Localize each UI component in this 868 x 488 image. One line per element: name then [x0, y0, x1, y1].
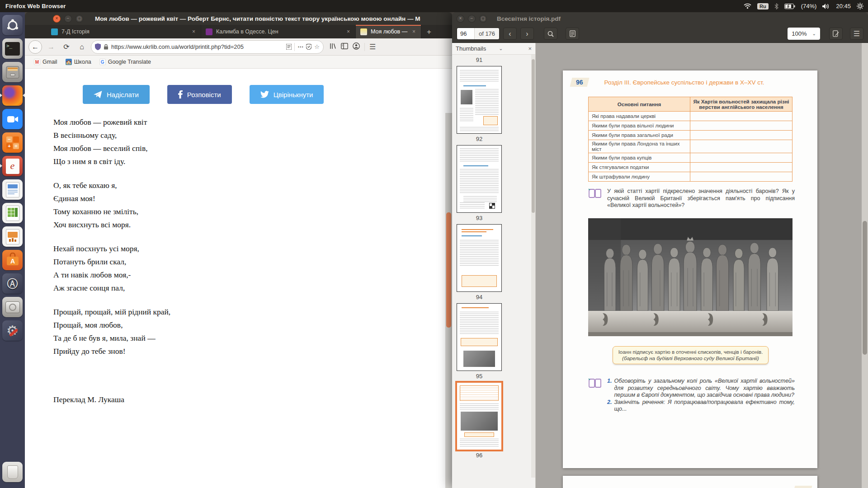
sidebar-toggle-icon[interactable]	[341, 43, 348, 51]
desktop: Firefox Web Browser Ru (74%) 20:45 >_ −+…	[0, 0, 868, 488]
pdf-titlebar[interactable]: × − ▢ Всесвітня історія.pdf	[452, 12, 868, 25]
account-icon[interactable]	[353, 42, 360, 52]
dock-calculator-icon[interactable]: −+=	[2, 132, 23, 153]
pocket-shield-icon[interactable]	[306, 44, 311, 50]
thumbnail-page-92[interactable]	[457, 66, 502, 134]
thumbnail-page-95[interactable]	[457, 303, 502, 371]
dock-libreoffice-calc-icon[interactable]	[2, 203, 23, 223]
facebook-f-icon	[178, 90, 183, 99]
close-button[interactable]: ×	[457, 15, 464, 23]
dock-ubuntu-dash-icon[interactable]	[2, 15, 23, 35]
thumbnail-page-96-selected[interactable]	[457, 382, 502, 450]
twitter-share-button[interactable]: Цвірінькнути	[250, 85, 324, 104]
battery-icon[interactable]	[784, 4, 795, 9]
url-bar[interactable]: https://www.ukrlib.com.ua/world/printit.…	[91, 40, 324, 54]
dock-libreoffice-impress-icon[interactable]	[2, 226, 23, 247]
dock-a-emblem-app-icon[interactable]: Ⓐ	[2, 273, 23, 294]
dock-document-viewer-icon[interactable]: e	[2, 156, 23, 176]
firefox-titlebar[interactable]: × − ▢ Моя любов — рожевий квіт — Роберт …	[25, 12, 452, 25]
zoom-value: 100%	[792, 30, 807, 37]
tab-kalimba[interactable]: Калимба в Одессе. Цен ×	[201, 25, 356, 38]
tab-poem-active[interactable]: Моя любов — рожевий ×	[356, 25, 421, 38]
tab-close-icon[interactable]: ×	[191, 28, 196, 35]
bookmark-star-icon[interactable]: ☆	[314, 43, 320, 50]
tab-label: 7-Д Історія	[61, 28, 188, 35]
chevron-down-icon[interactable]: ⌄	[499, 46, 503, 52]
sidebar-close-icon[interactable]: ×	[528, 45, 532, 52]
total-pages-label: of 176	[474, 28, 499, 39]
wifi-icon[interactable]	[744, 3, 751, 9]
reader-view-icon[interactable]	[286, 44, 292, 50]
page-actions-icon[interactable]: ⋯	[297, 43, 303, 50]
poem-text: Моя любов — рожевий квітВ весінньому сад…	[53, 116, 170, 406]
maximize-button[interactable]: ▢	[75, 15, 83, 23]
tab-close-icon[interactable]: ×	[346, 28, 351, 35]
dock-system-settings-icon[interactable]: ⚙	[2, 320, 23, 341]
dock-libreoffice-writer-icon[interactable]	[2, 179, 23, 200]
home-button[interactable]: ⌂	[75, 41, 88, 53]
system-top-bar: Firefox Web Browser Ru (74%) 20:45	[0, 0, 868, 12]
lock-icon[interactable]	[104, 44, 108, 50]
annotate-button[interactable]	[829, 28, 843, 40]
new-tab-button[interactable]: +	[421, 26, 437, 38]
discussion-question: У якій статті хартії підкреслено значенн…	[588, 188, 795, 209]
annotations-list-button[interactable]	[566, 28, 579, 40]
dock-zoom-icon[interactable]	[2, 109, 23, 129]
bookmark-gmail[interactable]: M Gmail	[34, 59, 57, 65]
keyboard-layout-indicator[interactable]: Ru	[757, 3, 769, 9]
thumbnail-label: 95	[457, 373, 502, 380]
thumbnails-sidebar: Thumbnails ⌄ × 91 92	[452, 43, 536, 488]
image-caption: Іоанн підписує хартію в оточенні єпископ…	[613, 346, 769, 364]
pdf-scrollbar[interactable]	[862, 43, 868, 488]
back-button[interactable]: ←	[28, 40, 42, 54]
previous-page-button[interactable]: ‹	[503, 28, 517, 40]
dock-terminal-icon[interactable]: >_	[2, 38, 23, 59]
firefox-scrollbar[interactable]	[445, 113, 452, 488]
minimize-button[interactable]: −	[468, 15, 476, 23]
maximize-button[interactable]: ▢	[479, 15, 487, 23]
next-page-button[interactable]: ›	[520, 28, 534, 40]
bas-relief-image	[588, 218, 793, 336]
library-icon[interactable]	[329, 42, 336, 52]
zoom-selector[interactable]: 100% ⌄	[788, 28, 820, 40]
thumbnail-page-93[interactable]	[457, 145, 502, 213]
system-tray[interactable]: Ru (74%) 20:45	[744, 3, 868, 9]
menu-icon[interactable]: ☰	[369, 42, 376, 51]
url-text[interactable]: https://www.ukrlib.com.ua/world/printit.…	[111, 43, 283, 50]
dock-firefox-icon[interactable]	[2, 85, 23, 106]
empty-cell	[690, 163, 793, 172]
session-gear-icon[interactable]	[857, 3, 863, 9]
dock-ubuntu-software-icon[interactable]: A	[2, 250, 23, 270]
minimize-button[interactable]: −	[64, 15, 72, 23]
facebook-share-button[interactable]: Розповісти	[167, 85, 232, 104]
tab-close-icon[interactable]: ×	[411, 28, 416, 35]
dock-file-manager-icon[interactable]	[2, 62, 23, 82]
scrollbar-thumb[interactable]	[532, 59, 535, 213]
tab-school-journal[interactable]: 7-Д Історія ×	[47, 25, 201, 38]
bookmark-google-translate[interactable]: G Google Translate	[99, 59, 151, 65]
bluetooth-icon[interactable]	[774, 3, 778, 9]
urlbar-divider	[294, 43, 295, 51]
empty-cell	[690, 131, 793, 140]
reload-button[interactable]: ⟳	[60, 41, 73, 53]
sidebar-mode-label[interactable]: Thumbnails	[456, 45, 486, 52]
search-button[interactable]	[544, 28, 557, 40]
open-book-icon	[588, 378, 602, 389]
dock-disks-icon[interactable]	[2, 297, 23, 317]
close-button[interactable]: ×	[53, 15, 61, 23]
firefox-window: × − ▢ Моя любов — рожевий квіт — Роберт …	[25, 12, 452, 488]
dock-trash-icon[interactable]	[2, 462, 23, 482]
bookmark-school[interactable]: 🏫 Школа	[66, 59, 91, 65]
volume-icon[interactable]	[822, 3, 830, 9]
current-page-input[interactable]: 96	[457, 28, 474, 39]
forward-button[interactable]: →	[45, 41, 57, 53]
page-header: §19. Священна Римська імперія 97	[700, 486, 811, 488]
thumbnail-page-94[interactable]	[457, 224, 502, 292]
tracking-shield-icon[interactable]	[95, 43, 101, 50]
telegram-share-button[interactable]: Надіслати	[83, 85, 150, 104]
scrollbar-thumb[interactable]	[446, 212, 451, 328]
scrollbar-thumb[interactable]	[863, 221, 867, 355]
sidebar-scrollbar[interactable]	[531, 55, 535, 478]
clock[interactable]: 20:45	[836, 3, 851, 9]
pdf-menu-button[interactable]: ☰	[850, 28, 863, 40]
